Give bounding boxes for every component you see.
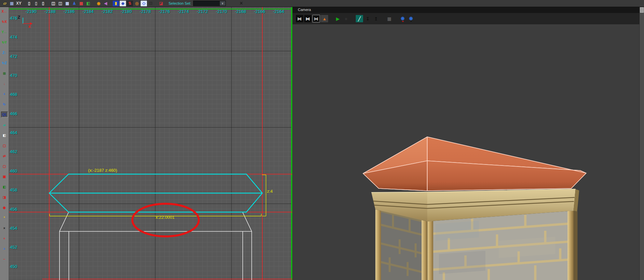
new-object-icon[interactable]: ◫ xyxy=(50,1,57,6)
go-prev-door-icon[interactable]: ▯ xyxy=(26,1,32,6)
toolbar-separator xyxy=(47,1,50,6)
key-door-icon[interactable]: ▯ xyxy=(33,1,39,6)
texture-apply-icon[interactable]: ▢ xyxy=(1,142,8,148)
scrollbar-thumb[interactable] xyxy=(640,7,644,13)
axis-gizmo: Z x xyxy=(18,15,33,29)
texture-lock-icon[interactable]: ▮ xyxy=(113,1,119,6)
axis-z-label: Z xyxy=(18,15,20,20)
group-tool-icon[interactable]: ◧ xyxy=(1,184,8,190)
zoom-clip-icon[interactable]: ╱ xyxy=(356,15,363,22)
view-wireframe-icon[interactable]: ⋈ xyxy=(296,15,303,22)
vertical-scrollbar[interactable] xyxy=(639,7,644,280)
entity-sphere-icon[interactable]: ◉ xyxy=(1,204,8,210)
tool-column: X↔↻XY↔↻YZ↕↻Z⊞↓+↻QE▰◧▢⇄▢▣◧◨◉*×++− xyxy=(0,7,9,280)
vertex-add-icon[interactable]: + xyxy=(1,235,8,241)
descend-icon[interactable]: ↧ xyxy=(364,15,371,22)
drop-floor-icon[interactable]: ↓ xyxy=(1,81,8,87)
qe-tool-icon[interactable]: QE xyxy=(1,112,8,118)
corner-annotation: (x:-2187 z:460) xyxy=(88,168,117,173)
view-flat-icon[interactable]: ⋈ xyxy=(304,15,312,22)
vertex-plus-icon[interactable]: + xyxy=(1,246,8,252)
toolbar-separator xyxy=(394,16,398,22)
translate-x-icon[interactable]: X↔ xyxy=(1,8,8,14)
open-file-icon[interactable]: ▱ xyxy=(2,1,8,6)
toolbar-separator xyxy=(92,1,95,6)
vertex-minus-icon[interactable]: − xyxy=(1,256,8,262)
camera-toolbar: ⋈⋈⋈▲▶■╱↧↥▦◉◂▸◉▾ xyxy=(293,13,644,24)
group-color-icon[interactable]: ◧ xyxy=(85,1,91,6)
compass-icon[interactable]: ◈ xyxy=(120,1,126,6)
toolbar-separator xyxy=(109,1,112,6)
toolbar-separator xyxy=(154,1,158,6)
render-3d xyxy=(293,24,639,280)
textured-cube-icon[interactable]: ▩ xyxy=(64,1,70,6)
camera-viewport-title: Camera xyxy=(293,7,644,13)
rotate-y-icon[interactable]: ↻Y xyxy=(1,39,8,45)
run-map-icon[interactable]: ▶ xyxy=(334,15,341,22)
spike-tool-icon[interactable]: * xyxy=(1,215,8,221)
pillar-brush-outline[interactable] xyxy=(60,212,252,280)
selected-cap-brush[interactable] xyxy=(49,174,262,212)
move-tool-icon[interactable]: + xyxy=(1,91,8,97)
width-annotation: x:22.0001 xyxy=(156,215,175,220)
ungroup-tool-icon[interactable]: ◨ xyxy=(1,194,8,200)
flip-screen-icon[interactable]: ⇅ xyxy=(127,1,133,6)
xyz-coords-icon[interactable]: XY xyxy=(16,1,22,6)
selection-box-icon[interactable]: ▢ xyxy=(1,163,8,169)
height-annotation: z:4 xyxy=(267,189,273,194)
selected-cap-3d[interactable] xyxy=(363,137,586,191)
mirror-tool-icon[interactable]: ▰ xyxy=(1,122,8,128)
chevron-down-icon[interactable]: ∨ xyxy=(219,1,225,6)
toolbar-separator xyxy=(22,1,26,6)
fit-view-icon[interactable]: ◇ xyxy=(141,1,147,6)
viewport-2d-side[interactable]: (x:-2187 z:460) x:22.0001 z:4 Z x -2190-… xyxy=(9,7,292,280)
sound-entity-icon[interactable]: ◀ xyxy=(102,1,109,6)
viewport-3d-camera[interactable]: Camera ⋈⋈⋈▲▶■╱↧↥▦◉◂▸◉▾ xyxy=(293,7,644,280)
translate-y-icon[interactable]: Y↔ xyxy=(1,29,8,35)
swap-tool-icon[interactable]: ⇄ xyxy=(1,153,8,159)
compile-map-icon[interactable]: ▲ xyxy=(321,15,328,22)
target-origin-icon[interactable]: ◎ xyxy=(134,1,140,6)
player-start-icon[interactable]: ♟ xyxy=(71,1,77,6)
eye-nav-icon[interactable]: ◉◂▸ xyxy=(399,15,406,22)
axis-x-label: x xyxy=(28,24,31,29)
clear-selection-set-icon[interactable]: × xyxy=(240,1,243,6)
hollow-tool-icon[interactable]: ▣ xyxy=(1,173,8,179)
clip-tool-icon[interactable]: ◧ xyxy=(1,132,8,138)
carve-cube-icon[interactable]: ▩ xyxy=(78,1,84,6)
path-tool-icon[interactable]: × xyxy=(1,225,8,231)
toolbar-separator xyxy=(381,16,385,22)
selection-set-label: Selection Set: xyxy=(169,1,191,5)
save-file-icon[interactable]: ▦ xyxy=(9,1,15,6)
grid-3d-icon[interactable]: ▦ xyxy=(386,15,393,22)
rotate-z-icon[interactable]: ↻Z xyxy=(1,60,8,66)
duplicate-object-icon[interactable]: ◫ xyxy=(57,1,64,6)
snap-grid-icon[interactable]: ⊞ xyxy=(1,70,8,76)
rotate-tool-icon[interactable]: ↻ xyxy=(1,101,8,107)
translate-z-icon[interactable]: Z↕ xyxy=(1,50,8,56)
ascend-icon[interactable]: ↥ xyxy=(372,15,380,22)
stop-icon[interactable]: ■ xyxy=(342,15,350,22)
view-textured-icon[interactable]: ⋈ xyxy=(313,15,320,22)
selection-set-input[interactable] xyxy=(193,1,219,6)
selection-set-combobox[interactable]: ∨ xyxy=(193,1,226,6)
entity-report-icon[interactable]: ◪ xyxy=(158,1,164,6)
go-next-door-icon[interactable]: ▯ xyxy=(40,1,46,6)
toolbar-separator xyxy=(351,16,355,22)
toolbar-separator xyxy=(329,16,333,22)
pillar-3d[interactable] xyxy=(375,209,578,280)
two-squares-icon[interactable]: ⊡ xyxy=(148,1,154,6)
measure-height xyxy=(262,175,266,216)
eye-menu-icon[interactable]: ◉▾ xyxy=(407,15,415,22)
rotate-x-icon[interactable]: ↻X xyxy=(1,19,8,25)
selection-guides xyxy=(9,7,292,280)
light-entity-icon[interactable]: ◉ xyxy=(95,1,102,6)
main-toolbar: ▱▦XY▯▯▯◫◫▩♟▩◧◉◀▮◈⇅◎◇⊡◪ Selection Set: ∨ … xyxy=(0,0,644,7)
